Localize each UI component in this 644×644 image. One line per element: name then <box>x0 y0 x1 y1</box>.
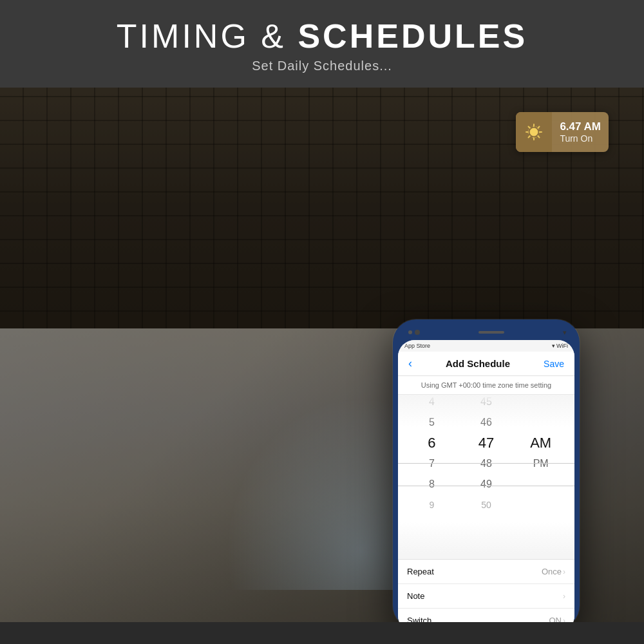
ampm-am: AM <box>513 433 568 453</box>
picker-columns: 3 4 5 6 7 8 9 44 45 46 <box>398 395 574 491</box>
hour-column[interactable]: 3 4 5 6 7 8 9 <box>404 395 459 515</box>
minute-item-47: 47 <box>459 433 514 453</box>
switch-chevron-icon: › <box>563 616 565 623</box>
repeat-value-text: Once <box>542 567 562 576</box>
wifi-status-icon: ▾ WiFi <box>552 343 569 349</box>
ampm-pm: PM <box>513 453 568 474</box>
note-label: Note <box>407 591 424 601</box>
app-store-label: App Store <box>404 343 430 349</box>
badge-text-area: 6.47 AM Turn On <box>552 117 609 147</box>
phone-speaker <box>478 331 504 334</box>
ampm-empty-4 <box>513 474 568 495</box>
page-header: TIMING & SCHEDULES Set Daily Schedules..… <box>0 0 644 88</box>
schedule-badge: 6.47 AM Turn On <box>516 112 609 152</box>
svg-line-7 <box>538 136 540 137</box>
nav-title: Add Schedule <box>446 358 510 369</box>
ampm-column[interactable]: AM PM <box>513 395 568 515</box>
svg-line-6 <box>529 127 530 128</box>
hour-item-4: 4 <box>404 395 459 412</box>
svg-line-9 <box>529 136 530 137</box>
switch-label: Switch <box>407 616 431 622</box>
note-row[interactable]: Note › <box>398 584 574 609</box>
camera-dot-2 <box>415 330 420 335</box>
sun-icon <box>524 122 544 142</box>
picker-fade-bottom <box>398 522 574 554</box>
camera-dot-1 <box>408 330 412 334</box>
phone-nav-bar: ‹ Add Schedule Save <box>398 352 574 376</box>
repeat-chevron-icon: › <box>563 567 565 576</box>
phone-mockup: ▾ App Store ▾ WiFi ‹ Add Schedule Save U… <box>393 319 580 622</box>
minute-item-49: 49 <box>459 474 514 495</box>
back-button[interactable]: ‹ <box>408 357 412 370</box>
minute-item-45: 45 <box>459 395 514 412</box>
svg-line-8 <box>538 127 540 128</box>
badge-action: Turn On <box>560 133 601 144</box>
page-subtitle: Set Daily Schedules... <box>13 59 631 73</box>
phone-outer: ▾ App Store ▾ WiFi ‹ Add Schedule Save U… <box>393 319 580 622</box>
hour-item-6: 6 <box>404 433 459 453</box>
hour-item-9: 9 <box>404 495 459 515</box>
phone-screen: App Store ▾ WiFi ‹ Add Schedule Save Usi… <box>398 340 574 622</box>
phone-status-bar: App Store ▾ WiFi <box>398 340 574 352</box>
save-button[interactable]: Save <box>544 359 564 369</box>
minute-item-46: 46 <box>459 412 514 433</box>
repeat-label: Repeat <box>407 567 434 576</box>
switch-value: ON › <box>549 616 566 622</box>
minute-column[interactable]: 44 45 46 47 48 49 50 <box>459 395 514 515</box>
time-picker[interactable]: 3 4 5 6 7 8 9 44 45 46 <box>398 395 574 554</box>
repeat-value: Once › <box>542 567 565 576</box>
badge-icon-area <box>516 112 552 152</box>
settings-section: Repeat Once › Note › Switch <box>398 559 574 622</box>
svg-point-0 <box>530 128 538 136</box>
minute-item-48: 48 <box>459 453 514 474</box>
title-bold: SCHEDULES <box>298 17 527 55</box>
wifi-icon: ▾ <box>563 328 567 337</box>
repeat-row[interactable]: Repeat Once › <box>398 560 574 584</box>
ampm-empty-5 <box>513 495 568 515</box>
hour-item-5: 5 <box>404 412 459 433</box>
hour-item-7: 7 <box>404 453 459 474</box>
ampm-empty-3 <box>513 412 568 433</box>
hour-item-8: 8 <box>404 474 459 495</box>
badge-time: 6.47 AM <box>560 120 601 133</box>
ampm-empty-2 <box>513 395 568 412</box>
phone-cameras <box>408 330 420 335</box>
page-title: TIMING & SCHEDULES <box>13 18 631 55</box>
note-chevron-icon: › <box>563 592 565 601</box>
main-image-area: 6.47 AM Turn On ▾ App Store ▾ WiFi <box>0 88 644 622</box>
switch-row[interactable]: Switch ON › <box>398 609 574 622</box>
title-light: TIMING & <box>117 17 298 55</box>
note-value: › <box>563 592 565 601</box>
minute-item-50: 50 <box>459 495 514 515</box>
switch-value-text: ON <box>549 616 562 622</box>
timezone-notice: Using GMT +00:00 time zone time setting <box>398 376 574 395</box>
phone-top-bar: ▾ <box>398 325 574 340</box>
